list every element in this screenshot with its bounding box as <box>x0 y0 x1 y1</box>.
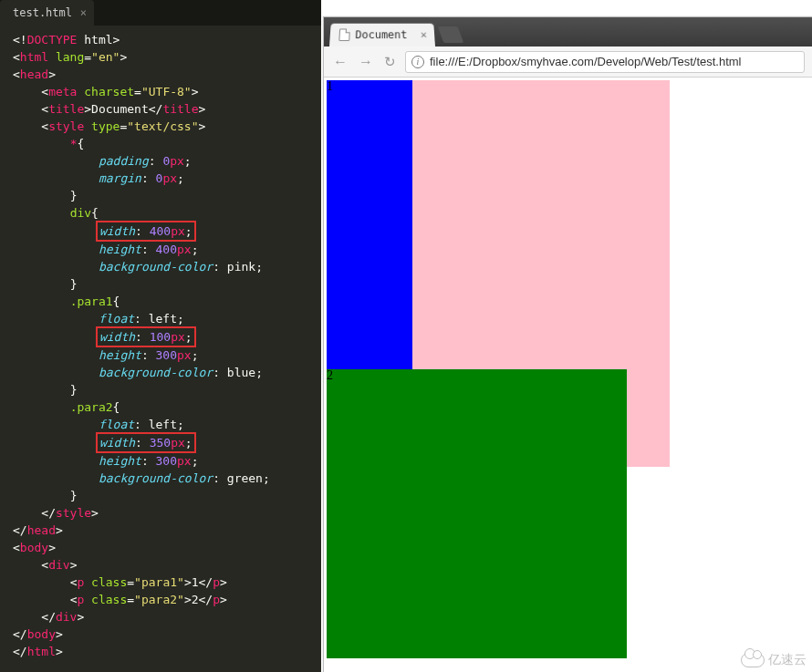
code-token: ; <box>192 243 199 256</box>
code-token: padding <box>99 154 149 168</box>
code-token: { <box>113 400 120 414</box>
code-token: } <box>70 383 78 397</box>
page-viewport: 1 2 <box>324 78 812 672</box>
code-token: head <box>27 523 56 537</box>
code-token: html <box>77 33 112 47</box>
code-token: .para2 <box>70 400 113 414</box>
code-token: p <box>77 575 84 589</box>
code-token: 350 <box>150 436 171 450</box>
code-token: div <box>48 558 69 572</box>
site-info-icon[interactable]: i <box>411 56 424 68</box>
code-token: < <box>41 85 48 98</box>
forward-button[interactable]: → <box>357 54 375 70</box>
code-token: > <box>77 610 84 624</box>
code-token: ; <box>185 436 193 450</box>
code-token: px <box>171 330 185 344</box>
code-token: "para2" <box>134 593 184 606</box>
code-token: green <box>227 471 263 485</box>
code-token: 400 <box>150 224 171 238</box>
code-token: 300 <box>156 348 177 362</box>
code-token: > <box>48 67 56 81</box>
code-token: p <box>77 593 84 606</box>
close-icon[interactable]: × <box>420 24 427 47</box>
back-button[interactable]: ← <box>331 54 349 70</box>
code-token: left <box>149 418 177 431</box>
url-text: file:///E:/Dropbox/smyhvae.com/Develop/W… <box>430 55 742 68</box>
code-token: ; <box>177 312 184 326</box>
code-token: p <box>213 575 220 589</box>
code-token: height <box>99 243 141 256</box>
code-token: ; <box>185 330 193 344</box>
code-token: title <box>162 102 198 116</box>
code-token: charset <box>84 85 134 98</box>
reload-button[interactable]: ↻ <box>382 54 398 70</box>
editor-tabbar: test.html × <box>0 0 321 26</box>
code-token: </ <box>199 575 213 589</box>
code-token: px <box>177 243 192 256</box>
code-token: ; <box>255 260 263 274</box>
code-token: head <box>20 67 48 81</box>
code-token: DOCTYPE <box>27 33 78 47</box>
code-token: </ <box>13 627 27 641</box>
file-icon <box>338 29 349 42</box>
code-token: ; <box>192 454 199 468</box>
code-token: blue <box>227 366 255 379</box>
code-token: height <box>99 348 141 362</box>
code-token: < <box>13 67 20 81</box>
code-token: 400 <box>156 243 177 256</box>
rendered-para2-green: 2 <box>327 369 627 658</box>
code-token: > <box>48 541 56 554</box>
code-token: background-color <box>99 260 213 274</box>
code-token: <! <box>13 33 27 47</box>
highlight-box: width: 400px; <box>96 221 196 242</box>
new-tab-button[interactable] <box>438 26 464 43</box>
code-token: meta <box>48 85 77 98</box>
code-token: </ <box>13 645 27 658</box>
code-token: width <box>99 330 135 344</box>
close-icon[interactable]: × <box>80 0 87 26</box>
code-token: </ <box>41 610 56 624</box>
code-token: float <box>99 418 134 431</box>
code-area[interactable]: <!DOCTYPE html> <html lang="en"> <head> … <box>0 26 321 667</box>
code-token: lang <box>56 50 84 64</box>
code-token: px <box>171 436 185 450</box>
browser-toolbar: ← → ↻ i file:///E:/Dropbox/smyhvae.com/D… <box>324 47 812 78</box>
cloud-icon <box>741 653 765 667</box>
code-token: } <box>70 277 78 291</box>
code-token: background-color <box>99 471 213 485</box>
code-token: class <box>91 593 127 606</box>
code-token: < <box>41 558 48 572</box>
code-token: ; <box>192 348 199 362</box>
para1-text: 1 <box>327 79 333 94</box>
code-token: class <box>91 575 127 589</box>
address-bar[interactable]: i file:///E:/Dropbox/smyhvae.com/Develop… <box>405 51 805 73</box>
editor-tab-filename: test.html <box>13 6 72 19</box>
code-token: ; <box>185 224 193 238</box>
code-token: > <box>184 575 192 589</box>
code-token: px <box>177 454 192 468</box>
rendered-para1-blue: 1 <box>327 80 412 369</box>
browser-tab-document[interactable]: Document × <box>329 24 435 47</box>
code-editor-pane: test.html × <!DOCTYPE html> <html lang="… <box>0 0 321 672</box>
code-token: > <box>120 50 127 64</box>
code-token: left <box>149 312 177 326</box>
code-token: 1 <box>192 575 199 589</box>
highlight-box: width: 100px; <box>96 326 196 347</box>
code-token: px <box>170 154 184 168</box>
code-token: div <box>56 610 77 624</box>
code-token: </ <box>13 523 27 537</box>
code-token: background-color <box>99 366 213 379</box>
code-token: </ <box>149 102 163 116</box>
code-token: > <box>184 593 192 606</box>
browser-window: Document × ← → ↻ i file:///E:/Dropbox/sm… <box>323 16 812 672</box>
para2-text: 2 <box>327 368 333 383</box>
highlight-box: width: 350px; <box>96 432 196 453</box>
watermark: 亿速云 <box>741 652 807 668</box>
editor-tab-test-html[interactable]: test.html × <box>0 0 94 26</box>
code-token: Document <box>91 102 149 116</box>
code-token: ; <box>263 471 270 485</box>
browser-tabbar: Document × <box>324 17 812 47</box>
browser-tab-title: Document <box>355 24 408 47</box>
code-token: px <box>177 348 192 362</box>
code-token: ; <box>177 171 184 185</box>
